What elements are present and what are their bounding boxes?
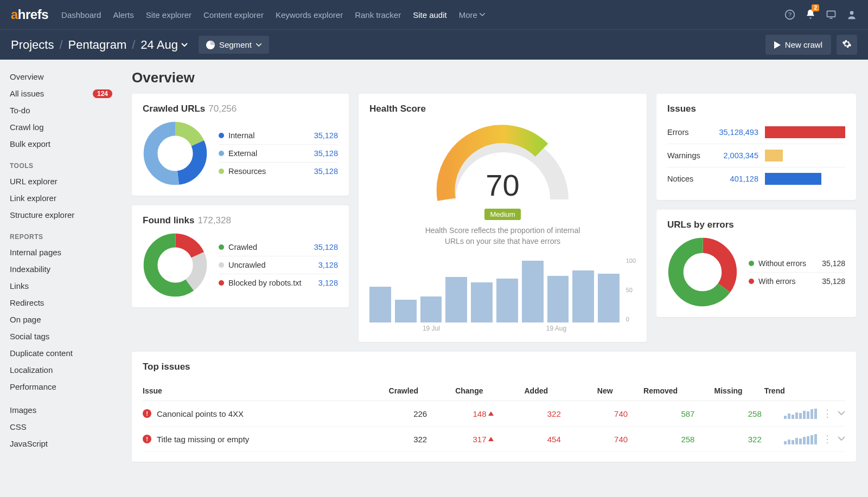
main-content: Overview Crawled URLs70,256 Internal35,1… (122, 60, 868, 478)
error-icon: ! (143, 435, 151, 443)
gear-icon (842, 39, 852, 49)
segment-button[interactable]: Segment (199, 36, 269, 54)
sidebar-heading-tools: TOOLS (0, 152, 122, 173)
sparkline (784, 408, 817, 419)
row-menu-button[interactable]: ⋮ (822, 433, 832, 445)
legend-item[interactable]: Internal35,128 (219, 127, 338, 145)
sidebar-item-link-explorer[interactable]: Link explorer (0, 190, 122, 206)
crawled-donut-chart (143, 121, 208, 186)
issue-row-notices[interactable]: Notices401,128 (667, 167, 845, 190)
nav-items: Dashboard Alerts Site explorer Content e… (61, 10, 784, 20)
nav-site-explorer[interactable]: Site explorer (146, 10, 192, 20)
sidebar-item-links[interactable]: Links (0, 277, 122, 294)
sidebar-item-on-page[interactable]: On page (0, 311, 122, 328)
bc-projects[interactable]: Projects (11, 38, 54, 52)
issues-badge: 124 (93, 89, 112, 98)
legend-item[interactable]: External35,128 (219, 145, 338, 163)
sidebar-item-duplicate-content[interactable]: Duplicate content (0, 345, 122, 362)
nav-rank-tracker[interactable]: Rank tracker (355, 10, 401, 20)
sidebar-item-structure-explorer[interactable]: Structure explorer (0, 206, 122, 223)
notification-badge: 2 (812, 4, 819, 11)
pie-icon (206, 41, 215, 49)
table-header: Issue Crawled Change Added New Removed M… (143, 379, 845, 401)
chevron-down-icon[interactable] (838, 411, 845, 416)
svg-text:?: ? (788, 11, 792, 18)
nav-more[interactable]: More (459, 10, 485, 20)
sparkline (784, 434, 817, 444)
up-arrow-icon (488, 437, 494, 441)
legend-item[interactable]: Resources35,128 (219, 163, 338, 180)
nav-site-audit[interactable]: Site audit (413, 10, 447, 20)
legend-item[interactable]: Blocked by robots.txt3,128 (219, 274, 338, 292)
svg-rect-3 (830, 18, 833, 19)
table-row[interactable]: !Title tag missing or empty 322 317 454 … (143, 427, 845, 452)
svg-rect-2 (827, 11, 835, 17)
card-crawled-urls: Crawled URLs70,256 Internal35,128 Extern… (132, 94, 349, 196)
breadcrumb: Projects / Pentagram / 24 Aug (11, 38, 188, 52)
issue-row-errors[interactable]: Errors35,128,493 (667, 121, 845, 144)
card-top-issues: Top issues Issue Crawled Change Added Ne… (132, 352, 856, 462)
card-issues: Issues Errors35,128,493 Warnings2,003,34… (656, 94, 856, 200)
health-history-chart: 100500 (369, 257, 636, 322)
sidebar: Overview All issues124 To-do Crawl log B… (0, 60, 122, 478)
sidebar-item-internal-pages[interactable]: Internal pages (0, 244, 122, 261)
new-crawl-button[interactable]: New crawl (765, 35, 831, 55)
bc-date-picker[interactable]: 24 Aug (141, 38, 188, 52)
top-icons: ? 2 (784, 9, 857, 21)
health-score-value: 70 (432, 167, 573, 203)
card-found-links: Found links172,328 Crawled35,128 Uncrawl… (132, 205, 349, 307)
chevron-down-icon[interactable] (838, 436, 845, 442)
health-gauge: 70 (432, 121, 573, 208)
card-health-score: Health Score 70 Medium Health Score refl… (359, 94, 647, 342)
sidebar-item-social-tags[interactable]: Social tags (0, 328, 122, 345)
svg-point-4 (850, 11, 854, 15)
help-icon[interactable]: ? (784, 9, 795, 20)
settings-button[interactable] (837, 35, 857, 55)
sidebar-item-crawl-log[interactable]: Crawl log (0, 119, 122, 135)
found-donut-chart (143, 233, 208, 298)
health-description: Health Score reflects the proportion of … (416, 225, 590, 247)
sidebar-item-redirects[interactable]: Redirects (0, 294, 122, 311)
sidebar-item-indexability[interactable]: Indexability (0, 261, 122, 277)
sidebar-item-bulk-export[interactable]: Bulk export (0, 135, 122, 152)
sidebar-item-all-issues[interactable]: All issues124 (0, 85, 122, 102)
topbar: ahrefs Dashboard Alerts Site explorer Co… (0, 0, 868, 29)
bc-sep: / (132, 38, 135, 52)
sidebar-item-localization[interactable]: Localization (0, 362, 122, 378)
health-badge: Medium (484, 209, 520, 220)
screen-icon[interactable] (826, 9, 837, 20)
nav-content-explorer[interactable]: Content explorer (203, 10, 264, 20)
sidebar-item-images[interactable]: Images (0, 402, 122, 418)
legend-item[interactable]: With errors35,128 (749, 273, 845, 290)
card-urls-by-errors: URLs by errors Without errors35,128 With… (656, 210, 856, 317)
logo[interactable]: ahrefs (11, 7, 48, 22)
sidebar-item-url-explorer[interactable]: URL explorer (0, 173, 122, 190)
legend-item[interactable]: Crawled35,128 (219, 238, 338, 256)
sidebar-item-todo[interactable]: To-do (0, 102, 122, 119)
bc-sep: / (59, 38, 62, 52)
nav-dashboard[interactable]: Dashboard (61, 10, 101, 20)
legend-item[interactable]: Without errors35,128 (749, 255, 845, 273)
legend-item[interactable]: Uncrawled3,128 (219, 256, 338, 274)
sidebar-item-css[interactable]: CSS (0, 418, 122, 435)
chevron-down-icon (256, 43, 261, 47)
chevron-down-icon (480, 13, 485, 16)
play-icon (774, 41, 781, 49)
sidebar-item-overview[interactable]: Overview (0, 68, 122, 85)
bc-project-name[interactable]: Pentagram (68, 38, 127, 52)
sidebar-heading-reports: REPORTS (0, 223, 122, 244)
sidebar-item-javascript[interactable]: JavaScript (0, 435, 122, 452)
issue-row-warnings[interactable]: Warnings2,003,345 (667, 144, 845, 167)
subbar: Projects / Pentagram / 24 Aug Segment Ne… (0, 29, 868, 60)
notifications-button[interactable]: 2 (805, 9, 816, 21)
row-menu-button[interactable]: ⋮ (822, 408, 832, 419)
up-arrow-icon (488, 411, 494, 416)
user-icon[interactable] (846, 9, 857, 20)
chevron-down-icon (181, 43, 188, 47)
urls-errors-donut-chart (667, 237, 738, 307)
error-icon: ! (143, 409, 151, 418)
table-row[interactable]: !Canonical points to 4XX 226 148 322 740… (143, 401, 845, 427)
sidebar-item-performance[interactable]: Performance (0, 378, 122, 395)
nav-alerts[interactable]: Alerts (113, 10, 133, 20)
nav-keywords-explorer[interactable]: Keywords explorer (276, 10, 343, 20)
